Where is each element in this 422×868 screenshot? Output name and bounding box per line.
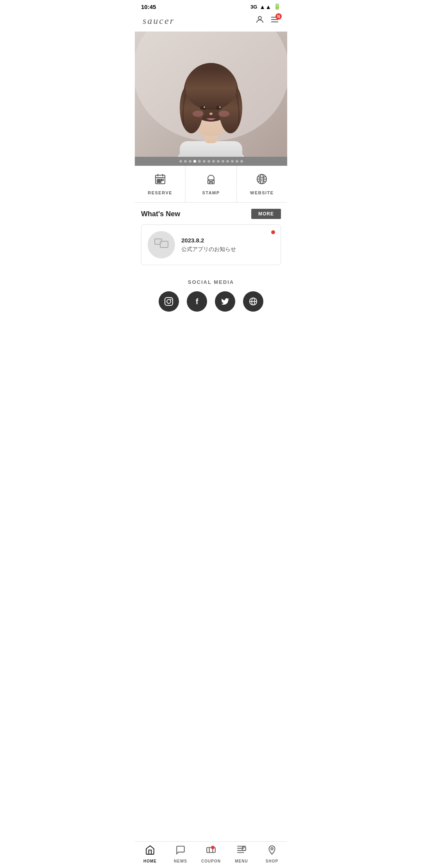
whats-new-section: What's New MORE 2023.8.2 公式アプリのお知らせ bbox=[135, 203, 287, 265]
social-media-title: SOCIAL MEDIA bbox=[141, 279, 281, 285]
section-title: What's New bbox=[141, 210, 180, 218]
svg-point-42 bbox=[170, 299, 172, 300]
svg-point-17 bbox=[219, 106, 221, 108]
website-social-button[interactable] bbox=[243, 291, 263, 312]
svg-rect-25 bbox=[157, 179, 159, 181]
dot-14[interactable] bbox=[240, 160, 243, 163]
stamp-label: STAMP bbox=[202, 190, 220, 195]
svg-point-19 bbox=[193, 111, 204, 117]
more-button[interactable]: MORE bbox=[251, 209, 281, 219]
news-text: 公式アプリのお知らせ bbox=[181, 246, 274, 253]
svg-point-15 bbox=[216, 106, 222, 110]
website-button[interactable]: WEBSITE bbox=[237, 166, 287, 202]
dot-1[interactable] bbox=[179, 160, 182, 163]
reserve-icon bbox=[154, 173, 166, 188]
dot-4[interactable] bbox=[193, 160, 196, 163]
dot-9[interactable] bbox=[217, 160, 220, 163]
network-label: 3G bbox=[250, 4, 257, 10]
svg-rect-27 bbox=[162, 179, 163, 181]
svg-rect-7 bbox=[180, 141, 242, 157]
carousel-dots bbox=[135, 157, 287, 166]
svg-rect-31 bbox=[209, 182, 213, 184]
svg-point-32 bbox=[208, 175, 214, 181]
svg-rect-40 bbox=[165, 298, 173, 305]
dot-10[interactable] bbox=[222, 160, 224, 163]
news-unread-dot bbox=[271, 230, 275, 234]
header-icons: N bbox=[255, 15, 279, 27]
dot-11[interactable] bbox=[226, 160, 229, 163]
social-icons: f bbox=[141, 291, 281, 312]
stamp-icon bbox=[205, 173, 217, 188]
svg-point-14 bbox=[200, 106, 206, 110]
header: saucer N bbox=[135, 12, 287, 32]
news-content: 2023.8.2 公式アプリのお知らせ bbox=[181, 237, 274, 253]
news-thumbnail bbox=[148, 231, 175, 258]
svg-rect-26 bbox=[159, 179, 161, 181]
section-header: What's New MORE bbox=[141, 209, 281, 219]
stamp-button[interactable]: STAMP bbox=[186, 166, 236, 202]
news-card[interactable]: 2023.8.2 公式アプリのお知らせ bbox=[141, 224, 281, 265]
twitter-button[interactable] bbox=[215, 291, 235, 312]
reserve-button[interactable]: RESERVE bbox=[135, 166, 186, 202]
dot-5[interactable] bbox=[198, 160, 201, 163]
battery-icon: 🔋 bbox=[274, 3, 281, 10]
svg-point-13 bbox=[186, 67, 236, 110]
facebook-button[interactable]: f bbox=[187, 291, 207, 312]
hero-image bbox=[135, 32, 287, 157]
menu-icon[interactable]: N bbox=[270, 15, 279, 27]
svg-point-16 bbox=[204, 106, 205, 108]
news-thumb-icon bbox=[154, 237, 169, 253]
dot-8[interactable] bbox=[212, 160, 215, 163]
status-time: 10:45 bbox=[141, 4, 156, 10]
svg-point-20 bbox=[218, 111, 229, 117]
instagram-button[interactable] bbox=[159, 291, 179, 312]
svg-rect-38 bbox=[160, 241, 168, 247]
dot-6[interactable] bbox=[203, 160, 206, 163]
hero-banner[interactable] bbox=[135, 32, 287, 157]
quick-actions: RESERVE STAMP WEBSITE bbox=[135, 166, 287, 203]
dot-12[interactable] bbox=[231, 160, 234, 163]
svg-point-0 bbox=[258, 16, 261, 20]
signal-icon: ▲▲ bbox=[259, 4, 271, 10]
profile-icon[interactable] bbox=[255, 15, 265, 27]
dot-3[interactable] bbox=[189, 160, 191, 163]
status-right: 3G ▲▲ 🔋 bbox=[250, 3, 281, 10]
svg-rect-28 bbox=[157, 181, 159, 183]
website-label: WEBSITE bbox=[250, 190, 274, 195]
svg-point-41 bbox=[167, 299, 171, 303]
social-media-section: SOCIAL MEDIA f bbox=[135, 271, 287, 323]
notification-badge: N bbox=[275, 13, 282, 20]
reserve-label: RESERVE bbox=[148, 190, 172, 195]
svg-rect-29 bbox=[159, 181, 161, 183]
website-icon bbox=[256, 173, 268, 188]
dot-13[interactable] bbox=[236, 160, 238, 163]
svg-point-18 bbox=[209, 113, 213, 115]
dot-2[interactable] bbox=[184, 160, 187, 163]
status-bar: 10:45 3G ▲▲ 🔋 bbox=[135, 0, 287, 12]
app-logo: saucer bbox=[143, 16, 175, 26]
dot-7[interactable] bbox=[207, 160, 210, 163]
news-date: 2023.8.2 bbox=[181, 237, 274, 244]
